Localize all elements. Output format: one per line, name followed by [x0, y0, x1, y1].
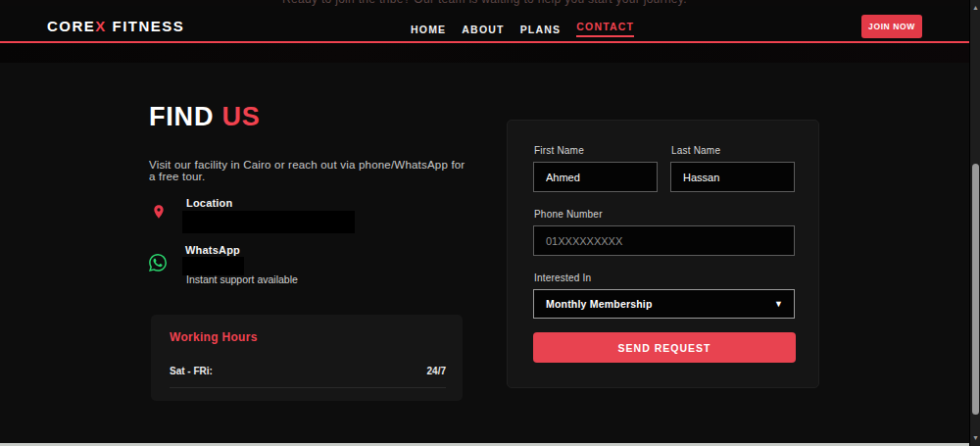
- chevron-down-icon: ▼: [774, 299, 783, 309]
- working-hours-value: 24/7: [427, 366, 446, 376]
- scroll-up-arrow-icon[interactable]: ▲: [970, 2, 980, 14]
- nav-item-about[interactable]: ABOUT: [462, 24, 504, 35]
- nav-item-home[interactable]: HOME: [411, 24, 446, 35]
- scroll-down-arrow-icon[interactable]: ▼: [970, 432, 980, 444]
- whatsapp-icon: [149, 254, 167, 275]
- phone-input[interactable]: [533, 225, 795, 256]
- location-redacted-value: [182, 211, 355, 233]
- whatsapp-note: Instant support available: [186, 273, 298, 285]
- scrollbar-thumb[interactable]: [972, 164, 979, 415]
- interested-in-label: Interested In: [534, 273, 591, 283]
- hero-image-remnant: [0, 43, 969, 63]
- send-request-button[interactable]: SEND REQUEST: [533, 332, 796, 363]
- first-name-input[interactable]: [533, 162, 658, 192]
- page-subtitle: Visit our facility in Cairo or reach out…: [149, 159, 472, 182]
- last-name-label: Last Name: [671, 145, 720, 156]
- main-nav: HOME ABOUT PLANS CONTACT: [411, 21, 634, 37]
- map-pin-icon: [151, 202, 167, 225]
- logo-text-2: FITNESS: [107, 18, 185, 34]
- interested-in-selected-value: Monthly Membership: [534, 298, 653, 310]
- site-header: COREX FITNESS HOME ABOUT PLANS CONTACT J…: [0, 6, 969, 41]
- logo-text: CORE: [47, 18, 95, 34]
- whatsapp-label: WhatsApp: [185, 244, 240, 256]
- working-hours-row: Sat - FRi: 24/7: [170, 366, 446, 388]
- logo[interactable]: COREX FITNESS: [47, 18, 184, 34]
- location-label: Location: [186, 197, 232, 209]
- nav-item-contact[interactable]: CONTACT: [576, 21, 634, 37]
- page-title-main: FIND: [149, 102, 214, 131]
- logo-accent: X: [95, 18, 107, 34]
- working-hours-title: Working Hours: [170, 330, 258, 344]
- last-name-input[interactable]: [670, 162, 795, 192]
- vertical-scrollbar[interactable]: ▲ ▼: [969, 0, 980, 446]
- working-hours-card: Working Hours Sat - FRi: 24/7: [151, 315, 463, 401]
- nav-item-plans[interactable]: PLANS: [520, 24, 562, 35]
- working-hours-days: Sat - FRi:: [170, 366, 213, 376]
- first-name-label: First Name: [534, 145, 584, 156]
- contact-form-card: First Name Last Name Phone Number Intere…: [507, 120, 819, 388]
- phone-label: Phone Number: [534, 209, 603, 220]
- join-now-button[interactable]: JOIN NOW: [861, 15, 922, 38]
- page-title-accent: US: [214, 102, 260, 131]
- page-title: FIND US: [149, 102, 261, 132]
- interested-in-select[interactable]: Monthly Membership ▼: [533, 289, 795, 319]
